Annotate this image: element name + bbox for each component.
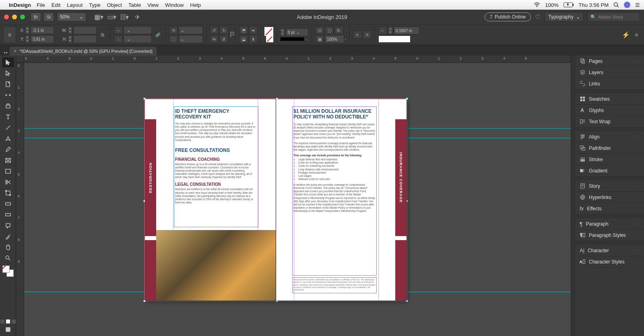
rotate-cw-button[interactable]: ↻ <box>219 26 228 34</box>
ruler-origin[interactable] <box>16 56 24 63</box>
color-mode-row[interactable] <box>0 319 16 324</box>
stroke-weight-field[interactable]: 0 pt⌄ <box>286 28 308 36</box>
text-wrap-none-button[interactable]: ≡ <box>353 31 362 39</box>
menu-extras-icon[interactable]: ☰ <box>635 2 640 8</box>
align-center-button[interactable]: ⬍ <box>249 35 258 43</box>
free-transform-tool[interactable] <box>2 188 14 198</box>
pencil-tool[interactable] <box>2 144 14 154</box>
menu-layout[interactable]: Layout <box>67 2 83 8</box>
arrange-documents-button[interactable]: ☷▾ <box>120 13 129 21</box>
clock[interactable]: Thu 3:56 PM <box>579 2 609 8</box>
close-window-button[interactable] <box>4 15 9 19</box>
align-bottom-button[interactable]: ⬓ <box>239 35 248 43</box>
publish-online-button[interactable]: ⤴Publish Online <box>485 12 531 21</box>
spotlight-icon[interactable] <box>613 2 619 8</box>
content-collector-tool[interactable] <box>2 101 14 111</box>
gap-tool[interactable] <box>2 90 14 100</box>
stroke-swatch[interactable] <box>266 35 273 42</box>
menu-window[interactable]: Window <box>165 2 184 8</box>
panel-text-wrap[interactable]: Text Wrap <box>576 116 644 127</box>
corner-options-button[interactable]: ⌐ <box>378 27 387 35</box>
panel-character-styles[interactable]: ACharacter Styles <box>576 256 644 268</box>
menu-object[interactable]: Object <box>107 2 122 8</box>
menu-help[interactable]: Help <box>190 2 201 8</box>
eyedropper-tool[interactable] <box>2 231 14 241</box>
x-stepper[interactable]: ▲▼ <box>25 26 30 34</box>
h-field[interactable] <box>73 35 97 43</box>
view-options-button[interactable]: ▦▾ <box>94 13 103 21</box>
opacity-field[interactable]: 100% <box>325 35 344 43</box>
stroke-stepper[interactable]: ▲▼ <box>280 28 285 36</box>
note-tool[interactable] <box>2 220 14 230</box>
maximize-window-button[interactable] <box>20 15 25 19</box>
horizontal-ruler[interactable]: 543210123456012345012345 <box>24 56 571 63</box>
corner-shape-select[interactable]: ⌄ <box>378 35 411 43</box>
document-spread[interactable]: RESTORATION ID THEFT EMERGENCY RECOVERY … <box>145 99 407 301</box>
panel-flyout-strip[interactable] <box>571 56 576 336</box>
w-stepper[interactable]: ▲▼ <box>68 26 72 34</box>
stroke-style-select[interactable] <box>280 37 304 41</box>
align-middle-button[interactable]: ⬌ <box>249 26 258 34</box>
y-stepper[interactable]: ▲▼ <box>25 35 30 43</box>
constrain-proportions-icon[interactable]: ⛓ <box>98 26 107 43</box>
scale-x-select[interactable]: ⌄ <box>124 26 152 34</box>
frame-fitting-button[interactable]: ▢ <box>325 26 334 34</box>
panel-character[interactable]: A|Character⋮⋮ <box>576 245 644 256</box>
rectangle-tool[interactable] <box>2 166 14 176</box>
menu-view[interactable]: View <box>147 2 159 8</box>
type-tool[interactable] <box>2 112 14 122</box>
panel-story[interactable]: Story⋮⋮ <box>576 180 644 192</box>
screen-mode-tool[interactable] <box>2 326 14 334</box>
h-stepper[interactable]: ▲▼ <box>68 35 72 43</box>
corner-stepper[interactable]: ▲▼ <box>388 27 393 35</box>
close-tab-button[interactable]: × <box>14 48 17 54</box>
x-field[interactable]: -2.1 in <box>31 26 54 34</box>
panel-glyphs[interactable]: Glyphs <box>576 105 644 116</box>
panel-paragraph[interactable]: ¶Paragraph⋮⋮ <box>576 218 644 230</box>
effects-fx-button[interactable]: fx. <box>334 26 343 34</box>
corner-size-field[interactable]: 0.1667 in <box>394 27 419 35</box>
right-footnote-frame[interactable]: *Identity theft insurance underwritten b… <box>292 277 377 293</box>
hand-tool[interactable] <box>2 242 14 252</box>
link-scale-icon[interactable]: 🔗 <box>153 26 162 43</box>
menu-table[interactable]: Table <box>128 2 141 8</box>
flip-v-button[interactable]: ⇵ <box>219 35 228 43</box>
shear-select[interactable]: ⌄ <box>179 35 203 43</box>
quick-apply-button[interactable]: ⚡ <box>621 26 630 43</box>
menu-type[interactable]: Type <box>89 2 100 8</box>
menu-file[interactable]: File <box>37 2 45 8</box>
rotate-select[interactable]: ⌄ <box>179 26 203 34</box>
control-menu-button[interactable]: ⚙ <box>632 26 641 43</box>
panel-paragraph-styles[interactable]: ¶Paragraph Styles <box>576 230 644 241</box>
adobe-stock-search[interactable]: 🔍Adobe Stock <box>588 12 640 22</box>
minimize-window-button[interactable] <box>12 15 17 19</box>
gradient-feather-tool[interactable] <box>2 209 14 220</box>
align-top-button[interactable]: ⬒ <box>239 26 248 34</box>
panel-layers[interactable]: Layers <box>576 67 644 78</box>
document-canvas[interactable]: 543210123456012345012345 0123456789 REST… <box>16 56 571 336</box>
pen-tool[interactable] <box>2 133 14 143</box>
reference-point-widget[interactable]: ⊞ <box>3 26 16 43</box>
rotate-ccw-button[interactable]: ↺ <box>210 26 219 34</box>
right-text-frame[interactable]: $1 MILLION DOLLAR INSURANCE POLICY WITH … <box>292 106 377 276</box>
panel-effects[interactable]: fxEffects <box>576 203 644 214</box>
vertical-ruler[interactable]: 0123456789 <box>16 63 24 336</box>
flip-h-button[interactable]: ⇋ <box>210 35 219 43</box>
scale-y-select[interactable]: ⌄ <box>124 35 152 43</box>
panel-align[interactable]: Align⋮⋮ <box>576 131 644 143</box>
panel-swatches[interactable]: Swatches⋮⋮ <box>576 93 644 105</box>
gpu-performance-icon[interactable]: ✈ <box>133 13 142 21</box>
document-tab[interactable]: × *IDAssaultShield_BOOKv3.indd @ 50% [GP… <box>10 47 157 56</box>
scissors-tool[interactable] <box>2 177 14 187</box>
panel-gradient[interactable]: Gradient <box>576 165 644 176</box>
fill-swatch[interactable] <box>264 27 273 36</box>
auto-fit-button[interactable]: ⊡ <box>315 26 324 34</box>
zoom-tool[interactable] <box>2 253 14 263</box>
rectangle-frame-tool[interactable] <box>2 155 14 165</box>
stock-button[interactable]: St <box>43 12 54 21</box>
gradient-swatch-tool[interactable] <box>2 199 14 209</box>
w-field[interactable] <box>73 26 97 34</box>
left-text-frame[interactable]: ID THEFT EMERGENCY RECOVERY KIT You may … <box>174 106 258 227</box>
lightbulb-icon[interactable]: ♡ <box>535 13 541 21</box>
panel-hyperlinks[interactable]: Hyperlinks <box>576 192 644 203</box>
